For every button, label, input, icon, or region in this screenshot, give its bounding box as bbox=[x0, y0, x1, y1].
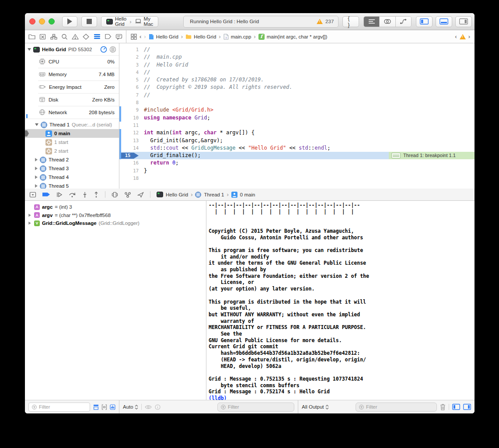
code-line[interactable]: 15 Grid_finalize();Thread 1: breakpoint … bbox=[119, 152, 475, 159]
variables-view[interactable]: Aargc= (int) 3Aargv= (char **) 0x7ffeefb… bbox=[25, 201, 206, 400]
thread-row[interactable]: Thread 3 bbox=[25, 164, 119, 173]
code-line[interactable]: 4// bbox=[119, 69, 475, 76]
view-hierarchy-icon[interactable] bbox=[112, 192, 118, 198]
disclosure-closed-icon[interactable] bbox=[35, 175, 38, 179]
scheme-selector[interactable]: Hello Grid › My Mac bbox=[101, 16, 158, 27]
disclosure-closed-icon[interactable] bbox=[28, 214, 31, 217]
code-line[interactable]: 2// main.cpp bbox=[119, 53, 475, 61]
quicklook-eye-icon[interactable] bbox=[145, 405, 152, 410]
disclosure-open-icon[interactable] bbox=[35, 123, 38, 126]
line-number-gutter[interactable]: 16 bbox=[119, 159, 144, 167]
line-number-gutter[interactable]: 17 bbox=[119, 167, 144, 175]
breadcrumb-frame[interactable]: 0 main bbox=[240, 192, 255, 197]
related-items-icon[interactable] bbox=[131, 34, 137, 40]
console-scope-popup[interactable]: All Output bbox=[302, 404, 329, 410]
source-editor[interactable]: 1//2// main.cpp3// Hello Grid4//5// Crea… bbox=[119, 43, 475, 189]
minimize-window-button[interactable] bbox=[39, 18, 45, 24]
stack-frame-row[interactable]: 0 main bbox=[25, 129, 119, 138]
test-navigator-icon[interactable] bbox=[83, 34, 89, 40]
symbol-navigator-icon[interactable] bbox=[50, 34, 57, 40]
line-number-gutter[interactable]: 13 bbox=[119, 137, 144, 144]
toggle-inspector-panel-button[interactable] bbox=[455, 16, 472, 27]
code-line[interactable]: 16 return 0; bbox=[119, 159, 475, 167]
console-output[interactable]: --|--|--|--|--|--|--|--|--|--|--|--|--|-… bbox=[206, 201, 475, 400]
code-line[interactable]: 17} bbox=[119, 167, 475, 175]
code-line[interactable]: 5// Created by s1786208 on 17/03/2019. bbox=[119, 76, 475, 84]
code-line[interactable]: 6// Copyright © 2019 sopa. All rights re… bbox=[119, 84, 475, 91]
issue-navigator-icon[interactable] bbox=[72, 34, 79, 40]
code-line[interactable]: 18 bbox=[119, 175, 475, 182]
close-window-button[interactable] bbox=[29, 18, 35, 24]
code-line[interactable]: 9#include <Grid/Grid.h> bbox=[119, 106, 475, 114]
grouped-frames-filter-icon[interactable] bbox=[101, 404, 107, 410]
console-filter-field[interactable]: Filter bbox=[356, 402, 437, 412]
gauge-row-network[interactable]: Network208 bytes/s bbox=[25, 106, 119, 119]
toggle-debug-area-button[interactable] bbox=[436, 16, 452, 27]
source-control-navigator-icon[interactable] bbox=[39, 34, 46, 40]
code-line[interactable]: 12int main(int argc, char * argv[]) { bbox=[119, 129, 475, 136]
variables-filter-field[interactable]: Filter bbox=[217, 402, 294, 412]
disclosure-closed-icon[interactable] bbox=[35, 167, 38, 170]
go-forward-button[interactable]: › bbox=[144, 33, 146, 40]
code-line[interactable]: 11 bbox=[119, 122, 475, 129]
jump-bar-file[interactable]: ＋ main.cpp bbox=[223, 34, 251, 40]
disclosure-open-icon[interactable] bbox=[28, 48, 31, 51]
thread-row[interactable]: Thread 4 bbox=[25, 173, 119, 182]
continue-execution-icon[interactable] bbox=[56, 192, 63, 198]
line-number-gutter[interactable]: 3 bbox=[119, 61, 144, 69]
line-number-gutter[interactable]: 14 bbox=[119, 144, 144, 152]
toggle-console-pane-icon[interactable] bbox=[463, 404, 471, 410]
standard-editor-button[interactable] bbox=[364, 17, 379, 27]
threads-toggle-icon[interactable] bbox=[109, 46, 116, 53]
disclosure-closed-icon[interactable] bbox=[35, 184, 38, 188]
hide-debug-area-icon[interactable] bbox=[29, 192, 36, 198]
line-number-gutter[interactable]: 8 bbox=[119, 99, 144, 106]
assistant-editor-button[interactable] bbox=[379, 17, 395, 27]
debug-navigator-icon[interactable] bbox=[94, 34, 101, 39]
previous-issue-button[interactable]: ‹ bbox=[455, 33, 457, 40]
process-row[interactable]: Hello Grid PID 55302 bbox=[25, 43, 119, 55]
line-number-gutter[interactable]: 4 bbox=[119, 69, 144, 76]
variable-row[interactable]: Aargv= (char **) 0x7ffeefbff568 bbox=[28, 211, 206, 220]
jump-bar-folder[interactable]: Hello Grid bbox=[185, 34, 216, 39]
stop-button[interactable] bbox=[81, 16, 97, 27]
code-line[interactable]: 7// bbox=[119, 91, 475, 99]
code-snippets-button[interactable]: { } bbox=[342, 16, 359, 27]
variables-scope-popup[interactable]: Auto bbox=[123, 404, 138, 410]
thread-row[interactable]: Thread 1Queue:...d (serial) bbox=[25, 120, 119, 129]
line-number-gutter[interactable]: 1 bbox=[119, 46, 144, 53]
toggle-variables-pane-icon[interactable] bbox=[452, 404, 460, 410]
breadcrumb-thread[interactable]: Thread 1 bbox=[204, 192, 224, 197]
stack-frame-row[interactable]: 1 start bbox=[25, 138, 119, 147]
step-out-icon[interactable] bbox=[94, 192, 99, 198]
memory-graph-icon[interactable] bbox=[124, 192, 131, 198]
gauges-toggle-icon[interactable] bbox=[100, 46, 107, 53]
line-number-gutter[interactable]: 12 bbox=[119, 129, 144, 136]
report-navigator-icon[interactable] bbox=[115, 34, 122, 40]
line-number-gutter[interactable]: 9 bbox=[119, 106, 144, 114]
stack-frame-row[interactable]: 2 start bbox=[25, 147, 119, 155]
debug-navigator[interactable]: Hello Grid PID 55302 CPU0%Memory7.4 MBEn… bbox=[25, 43, 119, 189]
code-line[interactable]: 3// Hello Grid bbox=[119, 61, 475, 69]
disclosure-closed-icon[interactable] bbox=[35, 158, 38, 161]
project-navigator-icon[interactable] bbox=[28, 34, 35, 40]
go-back-button[interactable]: ‹ bbox=[140, 33, 141, 40]
breadcrumb-process[interactable]: Hello Grid bbox=[166, 192, 188, 197]
zoom-window-button[interactable] bbox=[49, 18, 55, 24]
navigator-filter-field[interactable]: Filter bbox=[28, 402, 90, 412]
gauge-row-energy-impact[interactable]: Energy ImpactZero bbox=[25, 80, 119, 93]
code-line[interactable]: 10using namespace Grid; bbox=[119, 114, 475, 122]
step-into-icon[interactable] bbox=[82, 192, 87, 198]
line-number-gutter[interactable]: 11 bbox=[119, 122, 144, 129]
code-line[interactable]: 13 Grid_init(&argc,&argv); bbox=[119, 137, 475, 144]
breakpoint-annotation[interactable]: Thread 1: breakpoint 1.1 bbox=[389, 152, 475, 159]
jump-bar-symbol[interactable]: f main(int argc, char * argv[]) bbox=[258, 34, 328, 40]
code-line[interactable]: 8 bbox=[119, 99, 475, 106]
line-number-gutter[interactable]: 15 bbox=[119, 152, 144, 159]
line-number-gutter[interactable]: 18 bbox=[119, 175, 144, 182]
find-navigator-icon[interactable] bbox=[61, 34, 68, 40]
thread-row[interactable]: Thread 2 bbox=[25, 155, 119, 164]
code-line[interactable]: 14 std::cout << GridLogMessage << "Hello… bbox=[119, 144, 475, 152]
gauge-row-cpu[interactable]: CPU0% bbox=[25, 55, 119, 68]
next-issue-button[interactable]: › bbox=[468, 33, 470, 40]
